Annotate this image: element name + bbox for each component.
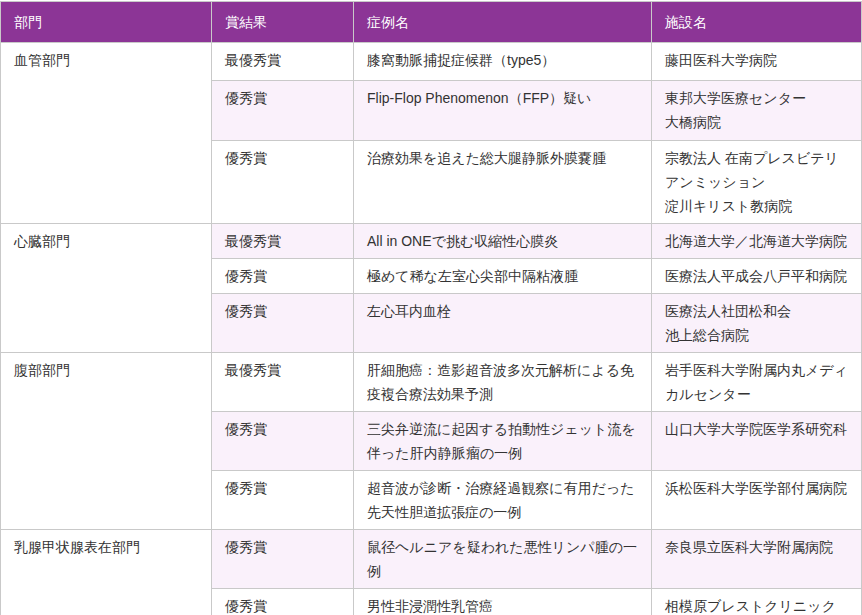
table-row: 血管部門 最優秀賞 膝窩動脈捕捉症候群（type5） 藤田医科大学病院 [1,43,862,81]
case-cell: 膝窩動脈捕捉症候群（type5） [354,43,652,81]
award-cell: 最優秀賞 [212,43,354,81]
awards-page: 部門 賞結果 症例名 施設名 血管部門 最優秀賞 膝窩動脈捕捉症候群（type5… [0,0,862,615]
department-cell: 血管部門 [1,43,212,224]
facility-cell: 藤田医科大学病院 [652,43,862,81]
case-cell: 超音波が診断・治療経過観察に有用だった先天性胆道拡張症の一例 [354,471,652,530]
facility-cell: 医療法人平成会八戸平和病院 [652,259,862,294]
award-cell: 優秀賞 [212,81,354,141]
awards-table: 部門 賞結果 症例名 施設名 血管部門 最優秀賞 膝窩動脈捕捉症候群（type5… [0,1,862,615]
case-cell: 治療効果を追えた総大腿静脈外膜嚢腫 [354,141,652,224]
award-cell: 最優秀賞 [212,353,354,412]
award-cell: 優秀賞 [212,471,354,530]
table-row: 腹部部門 最優秀賞 肝細胞癌：造影超音波多次元解析による免疫複合療法効果予測 岩… [1,353,862,412]
table-row: 乳腺甲状腺表在部門 優秀賞 鼠径ヘルニアを疑われた悪性リンパ腫の一例 奈良県立医… [1,530,862,589]
column-header-department: 部門 [1,2,212,43]
case-cell: 三尖弁逆流に起因する拍動性ジェット流を伴った肝内静脈瘤の一例 [354,412,652,471]
table-row: 心臓部門 最優秀賞 All in ONEで挑む収縮性心膜炎 北海道大学／北海道大… [1,224,862,259]
facility-cell: 岩手医科大学附属内丸メディカルセンター [652,353,862,412]
case-cell: Flip-Flop Phenomenon（FFP）疑い [354,81,652,141]
facility-cell: 東邦大学医療センター 大橋病院 [652,81,862,141]
facility-cell: 医療法人社団松和会 池上総合病院 [652,294,862,353]
facility-cell: 山口大学大学院医学系研究科 [652,412,862,471]
facility-cell: 宗教法人 在南プレスビテリ アンミッション 淀川キリスト教病院 [652,141,862,224]
facility-cell: 奈良県立医科大学附属病院 [652,530,862,589]
facility-cell: 相模原ブレストクリニック [652,589,862,615]
department-cell: 心臓部門 [1,224,212,353]
case-cell: 男性非浸潤性乳管癌 [354,589,652,615]
award-cell: 最優秀賞 [212,224,354,259]
department-cell: 腹部部門 [1,353,212,530]
award-cell: 優秀賞 [212,259,354,294]
award-cell: 優秀賞 [212,589,354,615]
column-header-case: 症例名 [354,2,652,43]
award-cell: 優秀賞 [212,530,354,589]
column-header-award: 賞結果 [212,2,354,43]
department-cell: 乳腺甲状腺表在部門 [1,530,212,615]
header-row: 部門 賞結果 症例名 施設名 [1,2,862,43]
case-cell: 左心耳内血栓 [354,294,652,353]
facility-cell: 浜松医科大学医学部付属病院 [652,471,862,530]
award-cell: 優秀賞 [212,141,354,224]
case-cell: 極めて稀な左室心尖部中隔粘液腫 [354,259,652,294]
award-cell: 優秀賞 [212,294,354,353]
column-header-facility: 施設名 [652,2,862,43]
case-cell: 鼠径ヘルニアを疑われた悪性リンパ腫の一例 [354,530,652,589]
case-cell: All in ONEで挑む収縮性心膜炎 [354,224,652,259]
facility-cell: 北海道大学／北海道大学病院 [652,224,862,259]
case-cell: 肝細胞癌：造影超音波多次元解析による免疫複合療法効果予測 [354,353,652,412]
award-cell: 優秀賞 [212,412,354,471]
